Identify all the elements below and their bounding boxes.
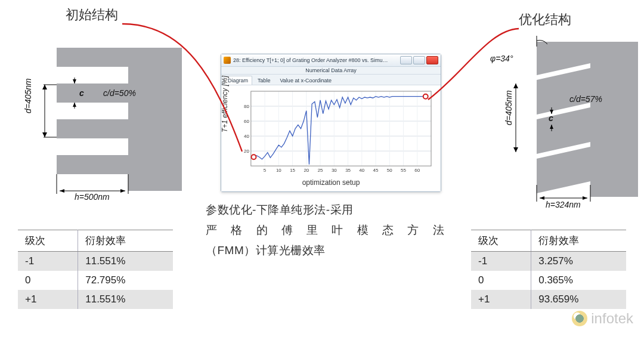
app-icon	[224, 57, 231, 64]
cell-eff: 11.551%	[78, 290, 173, 309]
svg-marker-19	[537, 68, 590, 115]
method-caption: 参数优化-下降单纯形法-采用 严格的傅里叶模态方法 （FMM）计算光栅效率	[206, 200, 444, 261]
svg-marker-20	[537, 107, 590, 154]
table-row: +1 11.551%	[18, 290, 173, 309]
svg-text:40: 40	[359, 168, 364, 173]
svg-text:15: 15	[290, 168, 295, 173]
svg-marker-6	[42, 132, 47, 137]
chart-xlabel: optimization setup	[226, 178, 436, 187]
left-ratio-label: c/d=50%	[103, 88, 136, 98]
th-order: 级次	[18, 230, 78, 252]
svg-text:5: 5	[264, 168, 267, 173]
right-ratio-label: c/d=57%	[569, 94, 602, 104]
svg-rect-0	[57, 48, 128, 67]
svg-text:35: 35	[345, 168, 351, 173]
svg-marker-14	[60, 189, 64, 193]
svg-marker-32	[583, 196, 587, 200]
svg-marker-15	[120, 189, 125, 193]
maximize-button[interactable]	[413, 56, 425, 64]
right-d-label: d=405nm	[504, 90, 513, 125]
th-eff: 衍射效率	[78, 230, 173, 252]
tab-bar: Diagram Table Value at x-Coordinate	[221, 75, 441, 85]
cell-eff: 72.795%	[78, 271, 173, 290]
cell-eff: 93.659%	[531, 290, 626, 309]
svg-marker-31	[540, 196, 544, 200]
window-title: 28: Efficiency T[+1; 0] of Grating Order…	[233, 57, 388, 63]
minimize-button[interactable]	[400, 56, 412, 64]
cell-order: -1	[471, 252, 531, 271]
svg-rect-3	[57, 155, 128, 174]
chart-ylabel: T+1 efficiency [%]	[221, 76, 229, 132]
table-row: +1 93.659%	[471, 290, 626, 309]
caption-line1: 参数优化-下降单纯形法-采用	[206, 200, 444, 220]
svg-point-69	[423, 94, 428, 99]
cell-eff: 3.257%	[531, 252, 626, 271]
tab-value[interactable]: Value at x-Coordinate	[276, 76, 336, 85]
svg-text:10: 10	[276, 168, 281, 173]
right-c-label: c	[549, 113, 553, 123]
cell-eff: 0.365%	[531, 271, 626, 290]
initial-efficiency-table: 级次 衍射效率 -1 11.551% 0 72.795% +1 11.551%	[18, 230, 173, 309]
caption-line2: 严格的傅里叶模态方法	[206, 220, 444, 240]
table-row: 0 0.365%	[471, 271, 626, 290]
svg-text:60: 60	[244, 119, 249, 124]
svg-marker-5	[42, 85, 47, 89]
svg-text:30: 30	[332, 168, 337, 173]
svg-rect-2	[57, 119, 128, 138]
svg-text:60: 60	[414, 168, 420, 173]
cell-order: +1	[471, 290, 531, 309]
svg-text:80: 80	[244, 104, 249, 109]
svg-text:45: 45	[373, 168, 379, 173]
left-d-label: d=405nm	[23, 78, 33, 113]
chart-window: 28: Efficiency T[+1; 0] of Grating Order…	[221, 54, 441, 192]
optimized-efficiency-table: 级次 衍射效率 -1 3.257% 0 0.365% +1 93.659%	[471, 230, 626, 309]
cell-order: 0	[471, 271, 531, 290]
svg-text:25: 25	[318, 168, 323, 173]
watermark: infotek	[572, 310, 633, 327]
cell-order: -1	[18, 252, 78, 271]
svg-point-68	[252, 154, 256, 159]
svg-text:40: 40	[244, 134, 249, 139]
svg-marker-10	[73, 79, 76, 84]
svg-marker-25	[513, 147, 518, 152]
close-button[interactable]	[426, 56, 438, 64]
optimized-grating-diagram: φ=34° d=405nm c c/d=57% h=324nm	[477, 36, 638, 203]
svg-marker-12	[73, 103, 76, 107]
initial-grating-diagram: d=405nm c c/d=50% h=500nm	[27, 42, 182, 197]
title-right: 优化结构	[519, 11, 571, 29]
window-titlebar[interactable]: 28: Efficiency T[+1; 0] of Grating Order…	[221, 54, 441, 67]
left-c-label: c	[79, 88, 84, 98]
svg-text:20: 20	[304, 168, 309, 173]
table-row: -1 11.551%	[18, 252, 173, 271]
left-h-label: h=500nm	[75, 192, 110, 202]
table-row: 0 72.795%	[18, 271, 173, 290]
tab-table[interactable]: Table	[253, 76, 275, 85]
th-eff: 衍射效率	[531, 230, 626, 252]
cell-order: +1	[18, 290, 78, 309]
efficiency-chart: T+1 efficiency [%] 510152025303540455055…	[226, 88, 436, 177]
cell-order: 0	[18, 271, 78, 290]
svg-marker-24	[513, 84, 518, 88]
th-order: 级次	[471, 230, 531, 252]
svg-text:20: 20	[244, 149, 249, 154]
right-h-label: h=324nm	[546, 200, 581, 209]
caption-line3: （FMM）计算光栅效率	[206, 240, 444, 261]
cell-eff: 11.551%	[78, 252, 173, 271]
right-phi-label: φ=34°	[490, 54, 513, 63]
svg-text:50: 50	[387, 168, 392, 173]
table-row: -1 3.257%	[471, 252, 626, 271]
window-subtitle: Numerical Data Array	[221, 67, 441, 75]
svg-marker-21	[537, 147, 590, 193]
title-left: 初始结构	[66, 6, 118, 24]
svg-text:55: 55	[401, 168, 406, 173]
watermark-icon	[572, 311, 587, 326]
watermark-text: infotek	[591, 310, 633, 327]
